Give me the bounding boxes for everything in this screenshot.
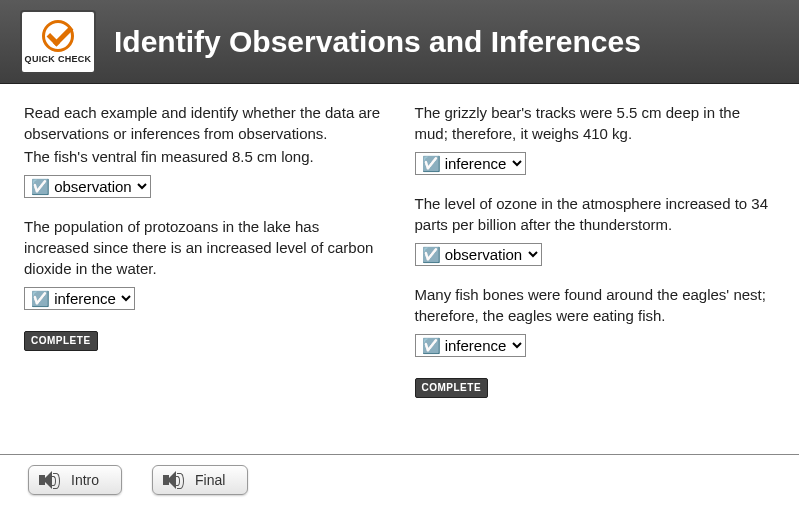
content: Read each example and identify whether t…	[0, 84, 799, 416]
logo-text: QUICK CHECK	[25, 54, 92, 64]
quick-check-logo: QUICK CHECK	[20, 10, 96, 74]
answer-select-right-2[interactable]: ☑️ observation	[415, 243, 542, 266]
question-text: The grizzly bear's tracks were 5.5 cm de…	[415, 102, 776, 144]
question-text: The population of protozoans in the lake…	[24, 216, 385, 279]
answer-select-left-2[interactable]: ☑️ inference	[24, 287, 135, 310]
question-text: Many fish bones were found around the ea…	[415, 284, 776, 326]
instructions-text: Read each example and identify whether t…	[24, 102, 385, 144]
right-column: The grizzly bear's tracks were 5.5 cm de…	[415, 102, 776, 398]
answer-select-right-1[interactable]: ☑️ inference	[415, 152, 526, 175]
complete-badge: COMPLETE	[24, 331, 98, 351]
header: QUICK CHECK Identify Observations and In…	[0, 0, 799, 84]
page-title: Identify Observations and Inferences	[114, 25, 641, 59]
answer-select-right-3[interactable]: ☑️ inference	[415, 334, 526, 357]
final-audio-label: Final	[195, 472, 225, 488]
intro-audio-button[interactable]: Intro	[28, 465, 122, 495]
final-audio-button[interactable]: Final	[152, 465, 248, 495]
checkmark-icon	[38, 20, 78, 52]
footer: Intro Final	[0, 454, 799, 505]
intro-audio-label: Intro	[71, 472, 99, 488]
left-column: Read each example and identify whether t…	[24, 102, 385, 398]
speaker-icon	[163, 471, 185, 489]
complete-badge: COMPLETE	[415, 378, 489, 398]
question-text: The level of ozone in the atmosphere inc…	[415, 193, 776, 235]
question-text: The fish's ventral fin measured 8.5 cm l…	[24, 146, 385, 167]
speaker-icon	[39, 471, 61, 489]
answer-select-left-1[interactable]: ☑️ observation	[24, 175, 151, 198]
